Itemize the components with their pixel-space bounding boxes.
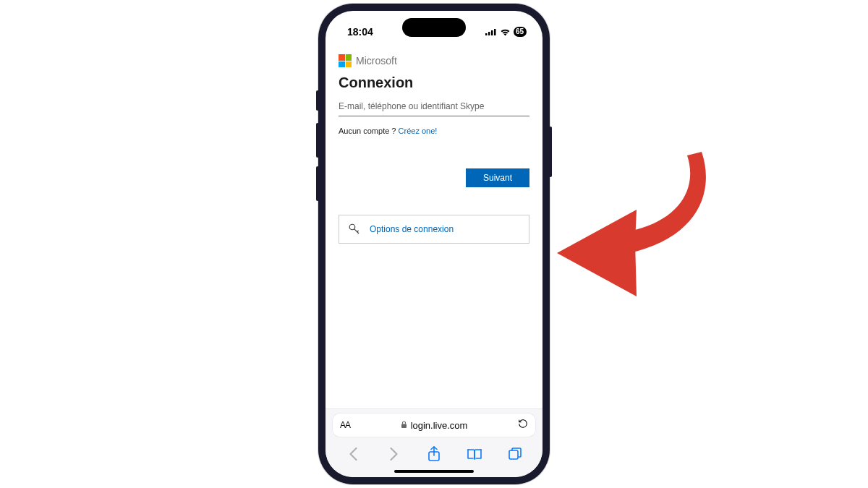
status-indicators: 65 bbox=[485, 27, 527, 37]
page-content: Microsoft Connexion Aucun compte ? Créez… bbox=[326, 48, 542, 408]
tabs-button[interactable] bbox=[502, 444, 528, 464]
side-button bbox=[316, 90, 319, 111]
svg-rect-2 bbox=[491, 30, 493, 35]
phone-frame: 18:04 65 Microsoft Connexion Aucun compt… bbox=[318, 4, 550, 484]
volume-up-button bbox=[316, 123, 319, 158]
cellular-icon bbox=[485, 28, 497, 35]
svg-rect-7 bbox=[401, 424, 407, 428]
wifi-icon bbox=[500, 28, 511, 36]
svg-rect-3 bbox=[494, 29, 496, 35]
no-account-text: Aucun compte ? bbox=[339, 127, 399, 135]
svg-rect-1 bbox=[488, 32, 490, 35]
next-button[interactable]: Suivant bbox=[466, 168, 529, 187]
identity-input[interactable] bbox=[339, 98, 529, 116]
microsoft-brand-text: Microsoft bbox=[356, 55, 397, 67]
url-bar[interactable]: AA login.live.com bbox=[333, 414, 535, 437]
svg-rect-9 bbox=[509, 450, 518, 459]
forward-button[interactable] bbox=[380, 444, 407, 464]
bookmarks-button[interactable] bbox=[461, 444, 488, 464]
lock-icon bbox=[401, 420, 407, 431]
key-icon bbox=[348, 223, 361, 236]
url-display: login.live.com bbox=[401, 420, 468, 431]
power-button bbox=[549, 127, 552, 177]
status-time: 18:04 bbox=[347, 26, 373, 38]
phone-screen: 18:04 65 Microsoft Connexion Aucun compt… bbox=[326, 11, 542, 477]
svg-rect-0 bbox=[485, 33, 488, 35]
create-account-link[interactable]: Créez one! bbox=[399, 127, 438, 135]
volume-down-button bbox=[316, 166, 319, 201]
no-account-row: Aucun compte ? Créez one! bbox=[339, 127, 529, 135]
signin-title: Connexion bbox=[339, 74, 529, 91]
signin-options-label: Options de connexion bbox=[370, 224, 454, 234]
callout-arrow-icon bbox=[550, 130, 723, 304]
microsoft-logo-row: Microsoft bbox=[339, 54, 529, 67]
reload-button[interactable] bbox=[518, 419, 528, 432]
url-text: login.live.com bbox=[411, 420, 468, 431]
microsoft-logo-icon bbox=[339, 54, 352, 67]
dynamic-island bbox=[402, 18, 466, 37]
home-indicator bbox=[394, 470, 474, 473]
safari-toolbar bbox=[326, 441, 542, 468]
battery-indicator: 65 bbox=[514, 27, 527, 37]
svg-line-6 bbox=[357, 231, 359, 232]
share-button[interactable] bbox=[421, 444, 447, 464]
text-size-button[interactable]: AA bbox=[340, 420, 350, 430]
safari-chrome: AA login.live.com bbox=[326, 408, 542, 477]
signin-options-button[interactable]: Options de connexion bbox=[339, 215, 529, 244]
back-button[interactable] bbox=[340, 444, 366, 464]
